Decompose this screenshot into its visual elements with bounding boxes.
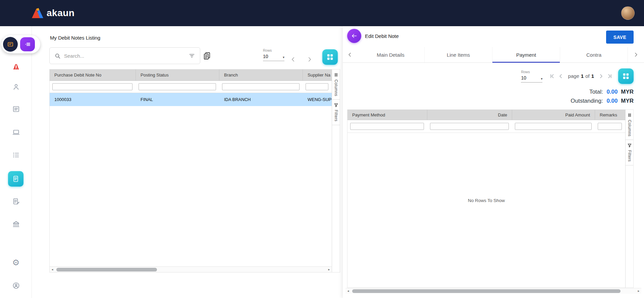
scrollbar-thumb[interactable] [56,268,157,271]
previous-page-icon[interactable] [289,56,297,63]
bank-icon [12,220,20,228]
list-icon [12,151,20,159]
column-filter-input-supplier-name[interactable] [306,83,328,90]
column-header-branch[interactable]: Branch [219,69,303,81]
menu-toggle-button[interactable] [20,37,35,51]
chevron-right-icon [633,51,639,58]
page-word: page [568,73,579,79]
scroll-left-icon[interactable]: ◄ [50,267,55,272]
columns-icon [627,113,632,117]
rows-per-page-control: Rows 10 ▾ [521,70,542,83]
caret-down-icon: ▾ [541,77,542,81]
save-button[interactable]: SAVE [606,31,634,44]
sidebar-item-listing[interactable] [0,151,32,159]
columns-panel-tab[interactable]: Columns [626,110,633,140]
last-page-icon[interactable] [606,73,613,80]
debit-notes-grid: Purchase Debit Note No Posting Status Br… [49,69,340,272]
cell-supplier-name: WENG-SUP [303,93,332,106]
tab-line-items[interactable]: Line Items [424,47,492,62]
column-filter-input-payment-method[interactable] [350,123,424,130]
grid-filter-row [347,120,625,133]
previous-page-icon[interactable] [557,73,564,80]
filters-tab-label: Filters [627,150,632,162]
rows-label: Rows [521,70,542,74]
scroll-right-icon[interactable]: ► [326,267,332,272]
column-filter-input-branch[interactable] [222,83,300,90]
user-avatar[interactable] [621,6,635,20]
grid-view-button[interactable] [618,68,634,84]
payment-grid: Payment Method Date Paid Amount Remarks … [347,109,634,288]
sidebar-item-document-edit[interactable] [0,197,32,206]
column-filter-input-purchase-debit-note-no[interactable] [52,83,132,90]
sidebar-item-contacts[interactable] [0,83,32,91]
back-button[interactable] [347,29,361,43]
first-page-icon[interactable] [549,73,555,80]
page-indicator: page 1 of 1 [568,73,594,79]
columns-icon [334,72,338,77]
filters-tab-label: Filters [334,110,338,121]
column-header-purchase-debit-note-no[interactable]: Purchase Debit Note No [50,69,136,81]
tab-main-details[interactable]: Main Details [357,47,424,62]
column-filter-input-date[interactable] [430,123,509,130]
support-person-icon [12,282,20,290]
tabs-scroll-right[interactable] [628,47,644,62]
columns-panel-tab[interactable]: Columns [332,69,340,100]
column-header-posting-status[interactable]: Posting Status [136,69,219,81]
column-filter-input-paid-amount[interactable] [515,123,592,130]
edit-debit-note-panel: Edit Debit Note SAVE Main Details Line I… [343,26,644,298]
document-icon [12,175,20,183]
scrollbar-track [55,267,326,272]
scroll-left-icon[interactable]: ◄ [345,288,351,294]
sidebar-item-red-app[interactable] [0,62,32,71]
horizontal-scrollbar: ◄ ► [50,266,332,272]
next-page-icon[interactable] [598,73,604,80]
next-page-icon[interactable] [306,56,313,63]
cell-branch: IDA BRANCH [219,93,303,106]
filters-panel-tab[interactable]: Filters [626,140,633,165]
scroll-right-icon[interactable]: ► [636,288,641,294]
sidebar-item-settings[interactable]: ⚙ [0,258,32,267]
rows-per-page-select[interactable]: 10 ▾ [521,75,542,83]
column-header-supplier-name[interactable]: Supplier Na [303,69,332,81]
filter-lines-icon[interactable] [189,52,195,59]
outstanding-line: Outstanding: 0.00 MYR [571,96,634,105]
totals-summary: Total: 0.00 MYR Outstanding: 0.00 MYR [571,87,634,105]
sidebar-item-devices[interactable] [0,128,32,137]
column-filter-input-remarks[interactable] [598,123,622,130]
tab-payment[interactable]: Payment [492,47,560,62]
column-header-paid-amount[interactable]: Paid Amount [512,110,595,120]
sidebar-item-forms[interactable] [0,105,32,113]
outstanding-currency: MYR [621,98,634,104]
duplicate-list-button[interactable] [202,51,212,61]
tool-panel-strip: Columns Filters [625,110,633,288]
rows-per-page-select[interactable]: 10 ▾ [263,54,284,61]
tab-contra[interactable]: Contra [560,47,628,62]
grid-icon [622,72,630,80]
rows-label: Rows [263,48,284,52]
grid-header-row: Payment Method Date Paid Amount Remarks [347,110,625,120]
grid-icon [326,53,334,61]
copy-pages-icon [203,51,211,60]
grid-view-button[interactable] [322,49,338,65]
person-icon [12,83,20,91]
ledger-card-icon [7,41,14,48]
caret-down-icon: ▾ [283,56,284,59]
outstanding-value: 0.00 [606,98,618,104]
columns-tab-label: Columns [627,120,632,136]
tabs-scroll-left[interactable] [343,47,357,62]
akaun-logo: akaun [32,0,74,26]
column-header-payment-method[interactable]: Payment Method [347,110,427,120]
sidebar-item-debit-notes-active[interactable] [8,171,23,187]
column-header-date[interactable]: Date [427,110,512,120]
ledger-app-button[interactable] [3,37,18,52]
sidebar-item-bank[interactable] [0,220,32,229]
search-input[interactable] [64,53,185,59]
scrollbar-thumb[interactable] [352,289,621,293]
current-page-number: 1 [581,73,584,79]
table-row-selected[interactable]: 1000033 FINAL IDA BRANCH WENG-SUP [50,93,332,106]
form-icon [12,105,20,113]
sidebar-item-support[interactable] [0,281,32,290]
filters-panel-tab[interactable]: Filters [332,100,340,125]
column-filter-input-posting-status[interactable] [139,83,216,90]
column-header-remarks[interactable]: Remarks [595,110,625,120]
